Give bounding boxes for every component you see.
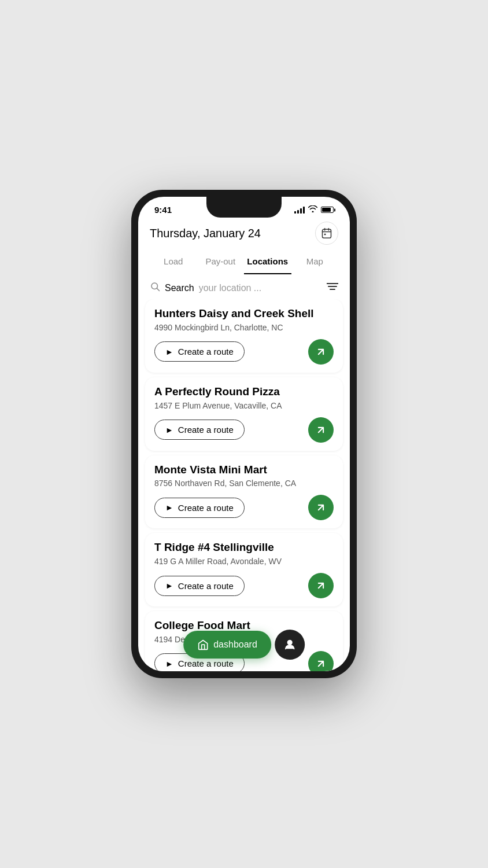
location-address: 1457 E Plum Avenue, Vacaville, CA bbox=[154, 401, 334, 410]
create-route-label: Create a route bbox=[178, 581, 234, 591]
svg-point-10 bbox=[287, 641, 291, 645]
tab-locations[interactable]: Locations bbox=[244, 252, 291, 274]
create-route-button[interactable]: ► Create a route bbox=[154, 341, 245, 362]
navigation-icon: ► bbox=[165, 425, 173, 435]
location-name: Monte Vista Mini Mart bbox=[154, 464, 334, 477]
search-input[interactable]: Search your location ... bbox=[165, 283, 322, 293]
wifi-icon bbox=[308, 205, 317, 214]
location-actions: ► Create a route bbox=[154, 417, 334, 443]
tab-payout[interactable]: Pay-out bbox=[197, 252, 245, 274]
tab-bar: Load Pay-out Locations Map bbox=[138, 245, 350, 274]
svg-line-6 bbox=[157, 288, 159, 290]
create-route-button[interactable]: ► Create a route bbox=[154, 420, 245, 440]
go-button[interactable] bbox=[308, 573, 334, 598]
list-item: Hunters Daisy and Creek Shell 4990 Mocki… bbox=[145, 299, 343, 373]
location-actions: ► Create a route bbox=[154, 573, 334, 598]
navigation-icon: ► bbox=[165, 347, 173, 356]
calendar-button[interactable] bbox=[315, 222, 338, 245]
locations-list: Hunters Daisy and Creek Shell 4990 Mocki… bbox=[138, 299, 350, 671]
go-button[interactable] bbox=[308, 651, 334, 671]
create-route-label: Create a route bbox=[178, 659, 234, 668]
bottom-nav: dashboard bbox=[183, 630, 305, 660]
location-address: 8756 Northaven Rd, San Clemente, CA bbox=[154, 479, 334, 488]
go-button[interactable] bbox=[308, 495, 334, 520]
list-item: Monte Vista Mini Mart 8756 Northaven Rd,… bbox=[145, 455, 343, 529]
list-item: T Ridge #4 Stellingville 419 G A Miller … bbox=[145, 533, 343, 606]
dashboard-button[interactable]: dashboard bbox=[183, 631, 271, 659]
create-route-button[interactable]: ► Create a route bbox=[154, 498, 245, 518]
create-route-button[interactable]: ► Create a route bbox=[154, 576, 245, 596]
signal-icon bbox=[294, 207, 305, 214]
navigation-icon: ► bbox=[165, 503, 173, 512]
search-placeholder: your location ... bbox=[199, 283, 262, 293]
svg-rect-0 bbox=[323, 229, 331, 238]
search-label: Search bbox=[165, 283, 194, 293]
battery-icon bbox=[321, 207, 334, 213]
status-time: 9:41 bbox=[154, 205, 172, 215]
profile-button[interactable] bbox=[275, 630, 305, 660]
location-address: 419 G A Miller Road, Avondale, WV bbox=[154, 557, 334, 566]
create-route-label: Create a route bbox=[178, 503, 234, 513]
location-actions: ► Create a route bbox=[154, 495, 334, 520]
header-date: Thursday, January 24 bbox=[150, 227, 261, 240]
tab-load[interactable]: Load bbox=[150, 252, 197, 274]
dashboard-label: dashboard bbox=[213, 639, 257, 650]
status-icons bbox=[294, 205, 334, 214]
svg-rect-4 bbox=[324, 234, 326, 236]
filter-icon[interactable] bbox=[327, 282, 338, 294]
create-route-label: Create a route bbox=[178, 347, 234, 356]
navigation-icon: ► bbox=[165, 659, 173, 668]
go-button[interactable] bbox=[308, 339, 334, 365]
location-name: Hunters Daisy and Creek Shell bbox=[154, 307, 334, 321]
list-item: A Perfectly Round Pizza 1457 E Plum Aven… bbox=[145, 377, 343, 451]
create-route-label: Create a route bbox=[178, 425, 234, 435]
location-actions: ► Create a route bbox=[154, 339, 334, 365]
location-address: 4990 Mockingbird Ln, Charlotte, NC bbox=[154, 323, 334, 332]
search-bar: Search your location ... bbox=[150, 281, 338, 295]
go-button[interactable] bbox=[308, 417, 334, 443]
tab-map[interactable]: Map bbox=[291, 252, 339, 274]
location-name: T Ridge #4 Stellingville bbox=[154, 541, 334, 554]
navigation-icon: ► bbox=[165, 581, 173, 590]
search-icon bbox=[150, 281, 160, 295]
header: Thursday, January 24 bbox=[138, 217, 350, 245]
location-name: A Perfectly Round Pizza bbox=[154, 385, 334, 399]
